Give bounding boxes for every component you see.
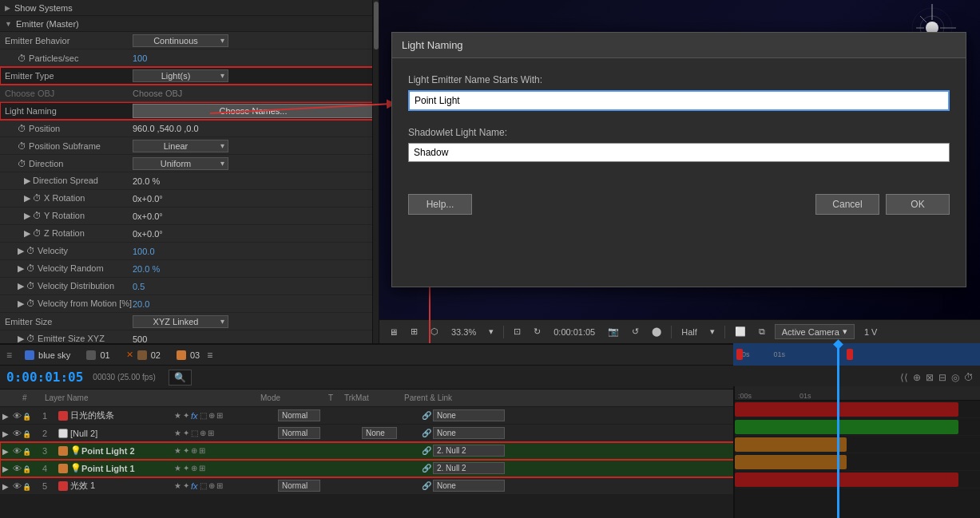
l2-vis[interactable]: 👁 xyxy=(11,429,22,438)
tab-02-close[interactable]: ✕ xyxy=(126,350,133,360)
l2-icon3[interactable]: ⬚ xyxy=(191,429,198,437)
l4-icon2[interactable]: ✦ xyxy=(183,464,189,473)
dialog-input-1[interactable] xyxy=(408,90,950,111)
show-systems-header[interactable]: ▶ Show Systems xyxy=(0,0,379,16)
transport-icon-4[interactable]: ⊟ xyxy=(938,372,946,383)
viewer-dropdown-icon[interactable]: ▾ xyxy=(486,326,497,337)
l2-trkmat: None xyxy=(362,427,422,439)
l3-icon2[interactable]: ✦ xyxy=(183,446,189,455)
l1-icon2[interactable]: ✦ xyxy=(183,411,189,420)
z-rotation-label: ▶ ⏱ Z Rotation xyxy=(5,228,133,239)
l2-icon2[interactable]: ✦ xyxy=(183,429,189,437)
viewer-grid-icon[interactable]: ⊞ xyxy=(407,326,421,337)
viewer-quality-value[interactable]: Half xyxy=(678,327,700,337)
transport-icon-2[interactable]: ⊕ xyxy=(913,372,921,383)
timeline-icon[interactable]: ≡ xyxy=(6,350,12,361)
lh-trkmat: TrkMat xyxy=(344,393,404,402)
l4-parent-select[interactable]: 2. Null 2 xyxy=(433,462,505,474)
viewer-camera-icon[interactable]: 📷 xyxy=(605,326,622,337)
l3-expand[interactable]: ▶ xyxy=(0,446,11,456)
l4-solo[interactable]: ★ xyxy=(174,464,181,473)
l2-trkmat-select[interactable]: None xyxy=(362,427,397,439)
emitter-behavior-dropdown[interactable]: Continuous xyxy=(133,34,228,47)
l2-icon5[interactable]: ⊞ xyxy=(208,429,214,437)
l3-parent-select[interactable]: 2. Null 2 xyxy=(433,445,505,457)
l4-vis[interactable]: 👁 xyxy=(11,464,22,473)
viewer-quality-dropdown[interactable]: ▾ xyxy=(707,326,718,337)
l4-icon3[interactable]: ⊕ xyxy=(191,464,197,473)
direction-dropdown[interactable]: Uniform xyxy=(133,157,228,170)
dialog-ok-button[interactable]: OK xyxy=(886,194,950,215)
l3-vis[interactable]: 👁 xyxy=(11,446,22,456)
l1-icon4[interactable]: ⊕ xyxy=(208,411,215,420)
viewer-mask-icon[interactable]: ⬡ xyxy=(427,326,442,337)
tab-03[interactable]: 03 ≡ xyxy=(173,350,216,361)
l2-icon4[interactable]: ⊕ xyxy=(200,429,206,437)
choose-names-button[interactable]: Choose Names... xyxy=(133,104,374,118)
emitter-type-dropdown[interactable]: Light(s) xyxy=(133,69,228,82)
l5-solo[interactable]: ★ xyxy=(174,481,181,490)
viewer-fit-icon[interactable]: ⊡ xyxy=(510,326,524,337)
l2-expand[interactable]: ▶ xyxy=(0,429,11,438)
l2-parent-select[interactable]: None xyxy=(433,427,505,439)
viewer-refresh-icon[interactable]: ↺ xyxy=(629,326,642,337)
l5-mode-select[interactable]: Normal xyxy=(278,480,320,492)
l4-controls: ★ ✦ ⊕ ⊞ xyxy=(174,464,278,473)
l1-mode-select[interactable]: Normal xyxy=(278,409,320,421)
scroll-indicator[interactable] xyxy=(372,0,379,343)
l5-icon2[interactable]: ✦ xyxy=(183,481,189,490)
viewer-monitor-icon[interactable]: 🖥 xyxy=(386,327,401,337)
position-subframe-dropdown[interactable]: Linear xyxy=(133,140,228,152)
viewer-expand-icon[interactable]: ⧉ xyxy=(756,326,768,337)
l5-lock[interactable]: 🔒 xyxy=(22,481,34,491)
l5-parent-select[interactable]: None xyxy=(433,480,505,492)
l5-fx-label[interactable]: fx xyxy=(191,481,198,491)
emitter-size-dropdown[interactable]: XYZ Linked xyxy=(133,315,228,328)
l5-vis[interactable]: 👁 xyxy=(11,481,22,491)
l5-expand[interactable]: ▶ xyxy=(0,481,11,491)
l1-name: 日光的线条 xyxy=(70,409,174,421)
blue-scrubber[interactable] xyxy=(837,343,839,518)
viewer-color-icon[interactable]: ⬤ xyxy=(649,326,665,337)
l3-icon4[interactable]: ⊞ xyxy=(199,446,205,455)
l1-lock[interactable]: 🔒 xyxy=(22,411,34,421)
l1-parent-select[interactable]: None xyxy=(433,409,505,421)
l3-solo[interactable]: ★ xyxy=(174,446,181,455)
transport-icon-5[interactable]: ◎ xyxy=(951,372,959,383)
viewer-loop-icon[interactable]: ↻ xyxy=(530,326,544,337)
dialog-cancel-button[interactable]: Cancel xyxy=(815,194,879,215)
tab-02[interactable]: ✕ 02 xyxy=(123,350,164,360)
l5-icon3[interactable]: ⬚ xyxy=(200,481,207,490)
l5-icon5[interactable]: ⊞ xyxy=(216,481,223,490)
viewer-square-icon[interactable]: ⬜ xyxy=(732,326,749,337)
dialog-help-button[interactable]: Help... xyxy=(408,194,472,215)
l4-lock[interactable]: 🔒 xyxy=(22,464,34,473)
emitter-master-header[interactable]: ▼ Emitter (Master) xyxy=(0,16,379,32)
transport-icon-1[interactable]: ⟨⟨ xyxy=(900,372,908,383)
active-camera-button[interactable]: Active Camera ▾ xyxy=(775,324,855,339)
l1-icon3[interactable]: ⬚ xyxy=(200,411,207,420)
l3-icon3[interactable]: ⊕ xyxy=(191,446,197,455)
marker-in[interactable] xyxy=(736,349,743,360)
tab-blue-sky[interactable]: blue sky xyxy=(22,350,73,360)
l2-lock[interactable]: 🔒 xyxy=(22,429,34,438)
l1-vis[interactable]: 👁 xyxy=(11,411,22,421)
tab-03-menu[interactable]: ≡ xyxy=(207,350,212,361)
transport-icon-6[interactable]: ⏱ xyxy=(964,372,974,383)
l5-icon4[interactable]: ⊕ xyxy=(208,481,215,490)
viewer-zoom-value[interactable]: 33.3% xyxy=(448,327,479,337)
l1-icon5[interactable]: ⊞ xyxy=(216,411,223,420)
l1-solo[interactable]: ★ xyxy=(174,411,181,420)
l1-fx-label[interactable]: fx xyxy=(191,411,198,421)
l4-icon4[interactable]: ⊞ xyxy=(199,464,205,473)
l1-expand[interactable]: ▶ xyxy=(0,411,11,421)
tab-01[interactable]: 01 xyxy=(83,350,113,360)
l2-mode-select[interactable]: Normal xyxy=(278,427,320,439)
l2-solo[interactable]: ★ xyxy=(174,429,181,437)
search-box[interactable]: 🔍 xyxy=(169,370,192,386)
dialog-input-2[interactable] xyxy=(408,143,950,162)
l4-expand[interactable]: ▶ xyxy=(0,464,11,473)
transport-icon-3[interactable]: ⊠ xyxy=(926,372,934,383)
l3-lock[interactable]: 🔒 xyxy=(22,446,34,456)
marker-out[interactable] xyxy=(847,349,853,360)
